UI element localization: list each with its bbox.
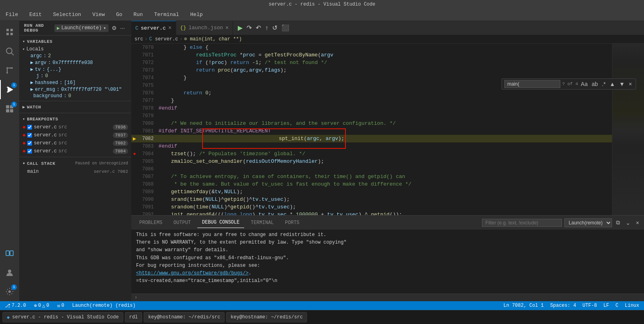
debug-step-out-btn[interactable]: ↑ [263,24,270,32]
bp-checkbox-7082[interactable] [27,141,32,146]
taskbar-terminal-2[interactable]: key@hostname: ~/redis/src [226,312,307,322]
debug-restart-btn[interactable]: ↺ [271,23,279,32]
sidebar: RUN AND DEBUG ▶ Launch(remote) ▾ ⚙ ··· ▾… [19,21,131,301]
status-errors[interactable]: ⊗ 0 △ 0 [32,301,51,310]
tab-launch-json[interactable]: {} launch.json × [176,21,233,35]
panel-filter-input[interactable] [482,219,562,227]
launch-config-dropdown[interactable]: ▶ Launch(remote) ▾ [54,24,108,32]
tab-close-launch-json[interactable]: × [225,25,229,31]
code-line-7079: 7079 [131,112,612,120]
panel-split-btn[interactable]: ⧉ [614,218,622,227]
menubar: File Edit Selection View Go Run Terminal… [0,9,644,21]
activity-run-debug[interactable]: 1 [0,80,19,99]
debug-continue-btn[interactable]: ▶ [236,23,244,32]
code-line-7071: 7071 redisTestProc *proc = getTestProcBy… [131,51,612,59]
panel-tab-ports[interactable]: PORTS [280,218,304,228]
panel-tab-terminal[interactable]: TERMINAL [246,218,279,228]
find-prev-btn[interactable]: ▲ [608,80,616,88]
find-next-btn[interactable]: ▼ [618,80,626,88]
activity-settings[interactable]: 1 [0,282,19,301]
menu-view[interactable]: View [90,11,107,18]
find-regex-btn[interactable]: .* [601,80,607,88]
find-input[interactable] [504,80,560,88]
bp-checkbox-7037[interactable] [27,133,32,138]
status-remote[interactable]: Launch(remote) (redis) [70,301,137,310]
status-encoding[interactable]: UTF-8 [581,301,598,310]
find-match-case-btn[interactable]: Aa [580,80,589,88]
var-tv[interactable]: ▶ tv : {...} [19,66,131,73]
panel-config-select[interactable]: Launch(remote) [564,218,612,227]
svg-rect-19 [10,251,13,256]
gdb-bugs-link[interactable]: <http://www.gnu.org/software/gdb/bugs/> [136,270,249,276]
svg-rect-1 [6,33,9,35]
debug-step-over-btn[interactable]: ↷ [245,23,253,32]
status-position[interactable]: Ln 7082, Col 1 [502,301,546,310]
menu-selection[interactable]: Selection [50,11,83,18]
bp-checkbox-7084[interactable] [27,149,32,154]
status-line-ending[interactable]: LF [602,301,610,310]
menu-help[interactable]: Help [188,11,205,18]
menu-run[interactable]: Run [131,11,145,18]
taskbar-rdl[interactable]: rdl [125,312,142,322]
call-stack-header[interactable]: ▾ CALL STACK Paused on Unrecognized [19,159,131,168]
status-language[interactable]: C [614,301,620,310]
debug-stop-btn[interactable]: ⬛ [280,23,291,32]
activity-explorer[interactable] [0,22,19,42]
breakpoints-header[interactable]: ▾ BREAKPOINTS [19,115,131,123]
line-ending-label: LF [603,303,609,308]
bp-checkbox-7036[interactable] [27,125,32,130]
status-platform[interactable]: Linux [623,301,641,310]
menu-edit[interactable]: Edit [27,11,44,18]
debug-settings-btn[interactable]: ⚙ [110,24,118,32]
debug-more-btn[interactable]: ··· [118,24,126,32]
variables-header[interactable]: ▾ VARIABLES [19,37,131,46]
activity-account[interactable] [0,263,19,282]
taskbar-terminal-1[interactable]: key@hostname: ~/redis/src [144,312,225,322]
var-argv[interactable]: ▶ argv : 0x7fffffffe038 [19,59,131,66]
debug-panel-title: RUN AND DEBUG [24,23,53,33]
panel-tab-output[interactable]: OUTPUT [169,218,196,228]
panel-tab-problems[interactable]: PROBLEMS [134,218,167,228]
activity-source-control[interactable] [0,61,19,80]
status-git-branch[interactable]: ⎇ 7.2.0 [3,301,28,310]
panel-minimize-btn[interactable]: ⌄ [624,219,632,227]
var-errmsg[interactable]: ▶ err_msg : 0x7ffff7fdf720 "\001" [19,86,131,93]
menu-file[interactable]: File [3,11,20,18]
tab-bar: C server.c × {} launch.json × ▶ ↷ ↶ ↑ ↺ … [131,21,644,35]
bottom-panel: PROBLEMS OUTPUT DEBUG CONSOLE TERMINAL P… [131,215,644,301]
breadcrumb-file[interactable]: C server.c [149,36,178,42]
status-messages[interactable]: ✉ 0 [56,301,66,310]
activity-extensions[interactable]: 1 [0,99,19,118]
activity-search[interactable] [0,42,19,61]
watch-header[interactable]: ▶ WATCH [19,103,131,111]
find-close-btn[interactable]: × [628,80,633,88]
tab-server-c[interactable]: C server.c × [131,21,176,35]
activity-remote[interactable] [0,244,19,263]
menu-terminal[interactable]: Terminal [152,11,181,18]
tab-close-server-c[interactable]: × [168,25,171,31]
code-editor[interactable]: 7070 } else { 7071 redisTestProc *proc =… [131,44,612,215]
breakpoints-section: ▾ BREAKPOINTS ● server.c src 7036 ● serv… [19,113,131,157]
panel-tab-debug-console[interactable]: DEBUG CONSOLE [197,217,245,228]
taskbar-vscode[interactable]: ◈ server.c - redis - Visual Studio Code [2,312,123,322]
code-line-7077: 7077 } [131,97,612,104]
panel-content: This is free software: you are free to c… [131,230,644,294]
menu-go[interactable]: Go [114,11,125,18]
settings-badge: 1 [11,284,17,290]
call-stack-main[interactable]: main server.c 7082 [19,168,131,175]
find-whole-word-btn[interactable]: ab [590,80,599,88]
code-line-7072: 7072 if (!proc) return -1; /* test not f… [131,59,612,66]
breadcrumb-function[interactable]: ⊙ main(int, char **) [184,36,242,42]
status-spaces[interactable]: Spaces: 4 [549,301,578,310]
panel-expand-icon[interactable]: › [134,295,137,300]
activity-bar: 1 1 1 [0,21,19,301]
breadcrumb-src[interactable]: src [134,36,143,42]
locals-header[interactable]: ▾ Locals [19,46,131,53]
panel-close-btn[interactable]: × [634,219,641,227]
var-background: background : 0 [19,93,131,99]
panel-expand-row: › [131,294,644,301]
var-hashseed[interactable]: ▶ hashseed : [16] [19,79,131,86]
code-content[interactable]: 7070 } else { 7071 redisTestProc *proc =… [131,44,612,215]
console-line-4: This GDB was configured as "x86_64-redha… [136,254,639,262]
debug-step-into-btn[interactable]: ↶ [254,23,263,32]
